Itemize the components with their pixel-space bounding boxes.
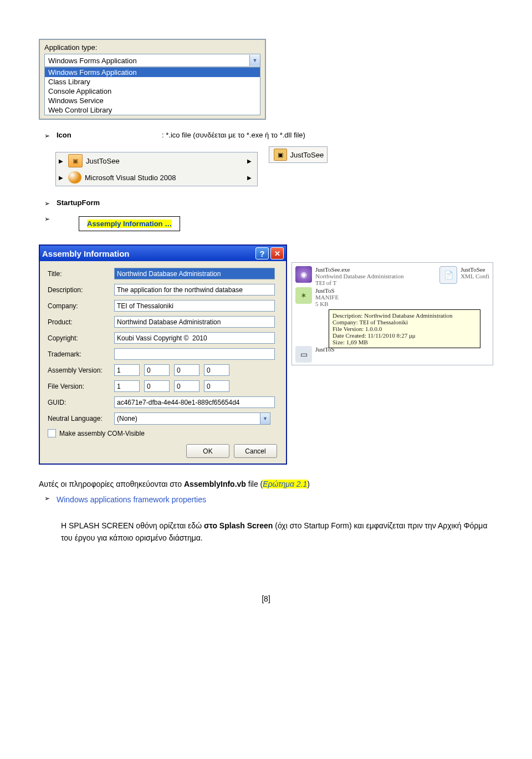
trademark-input[interactable] — [114, 348, 275, 360]
fv-input-2[interactable] — [174, 380, 200, 392]
text: ) — [307, 480, 310, 488]
paragraph-splash: Η SPLASH SCREEN οθόνη ορίζεται εδώ στο S… — [61, 519, 493, 544]
assembly-info-button[interactable]: Assemply Information … — [79, 216, 180, 231]
text-highlight: Ερώτημα 2.1 — [263, 480, 307, 488]
dropdown-option[interactable]: Windows Service — [45, 96, 260, 105]
com-visible-checkbox[interactable]: Make assembly COM-Visible — [48, 429, 279, 437]
cancel-button[interactable]: Cancel — [234, 444, 277, 458]
app-icon: ▣ — [68, 154, 83, 167]
av-input-2[interactable] — [174, 364, 200, 376]
submenu-label: JustToSee — [290, 151, 324, 159]
bullet-arrow-icon: ➢ — [44, 198, 52, 208]
xml-icon: 📄 — [439, 266, 457, 284]
dropdown-selected[interactable]: Windows Forms Application ▼ — [44, 54, 260, 67]
dropdown-label: Application type: — [44, 43, 260, 52]
file-icon: ▭ — [295, 346, 312, 363]
company-input[interactable] — [114, 300, 275, 312]
startupform-label: StartupForm — [57, 198, 100, 207]
file-tooltip: Description: Northwind Database Administ… — [329, 309, 480, 348]
file-desc: XML Confi — [461, 273, 489, 279]
com-visible-label: Make assembly COM-Visible — [59, 430, 145, 437]
title-input[interactable] — [114, 268, 275, 279]
av-input-0[interactable] — [114, 364, 140, 376]
dialog-titlebar: Assembly Information ? ✕ — [40, 246, 286, 261]
av-input-1[interactable] — [144, 364, 170, 376]
chevron-down-icon[interactable]: ▼ — [249, 55, 260, 66]
file-name: JustToS — [315, 287, 339, 294]
close-icon[interactable]: ✕ — [270, 247, 284, 259]
menu-label: JustToSee — [86, 157, 186, 165]
help-icon[interactable]: ? — [255, 247, 269, 259]
text-bold: στο Splash Screen — [204, 521, 273, 530]
arrow-right-icon: ▶ — [57, 175, 65, 181]
file-name: JustToSee.exe — [315, 266, 403, 273]
vs-icon — [68, 171, 81, 184]
submenu-arrow-icon: ▶ — [243, 158, 256, 164]
ok-button[interactable]: OK — [186, 444, 229, 458]
bullet-arrow-icon: ➢ — [44, 131, 52, 141]
guid-label: GUID: — [48, 399, 114, 406]
file-row[interactable]: 📄 JustToSee XML Confi — [439, 266, 489, 286]
fv-input-0[interactable] — [114, 380, 140, 392]
checkbox-icon[interactable] — [48, 429, 56, 437]
bullet-icon: ➢ Icon : *.ico file (συνδέεται με το *.e… — [39, 131, 493, 146]
assembly-info-dialog: Assembly Information ? ✕ Title: Descript… — [39, 244, 287, 465]
menu-row[interactable]: ▶ Microsoft Visual Studio 2008 ▶ — [56, 169, 257, 186]
assembly-version-label: Assembly Version: — [48, 366, 114, 374]
text: Αυτές οι πληροφορίες αποθηκεύονται στο — [39, 480, 184, 488]
dropdown-option[interactable]: Web Control Library — [45, 105, 260, 115]
exe-icon: ◉ — [295, 266, 312, 283]
application-type-dropdown: Application type: Windows Forms Applicat… — [39, 39, 266, 120]
neutral-language-select[interactable]: (None) ▼ — [114, 412, 270, 425]
description-label: Description: — [48, 286, 114, 294]
menu-label: Microsoft Visual Studio 2008 — [85, 174, 243, 182]
explorer-panel: ◉ JustToSee.exe Northwind Database Admin… — [287, 242, 493, 470]
dropdown-option[interactable]: Windows Forms Application — [45, 68, 260, 77]
file-desc: MANIFE — [315, 294, 339, 300]
file-row[interactable]: ▭ JustToS — [295, 346, 489, 363]
chevron-down-icon[interactable]: ▼ — [260, 413, 270, 424]
file-row[interactable]: ◉ JustToSee.exe Northwind Database Admin… — [295, 266, 403, 286]
text: Η SPLASH SCREEN οθόνη ορίζεται εδώ — [61, 521, 204, 530]
tooltip-size: Size: 1,69 MB — [332, 339, 477, 345]
menu-snippet: ▶ ▣ JustToSee ▶ ▶ Microsoft Visual Studi… — [39, 146, 493, 186]
icon-value: : *.ico file (συνδέεται με το *.exe ή το… — [162, 131, 305, 139]
fv-input-3[interactable] — [204, 380, 229, 392]
arrow-right-icon: ▶ — [57, 158, 65, 164]
bullet-framework: ➢ Windows applications framework propert… — [39, 493, 493, 511]
bullet-startupform: ➢ StartupForm — [39, 198, 493, 214]
fv-input-1[interactable] — [144, 380, 170, 392]
assembly-info-label: Assemply Information … — [87, 220, 172, 228]
paragraph-assemblyinfo: Αυτές οι πληροφορίες αποθηκεύονται στο A… — [39, 478, 493, 490]
product-label: Product: — [48, 318, 114, 326]
dropdown-selected-text: Windows Forms Application — [48, 57, 137, 65]
tooltip-file-version: File Version: 1.0.0.0 — [332, 325, 477, 332]
copyright-input[interactable] — [114, 332, 275, 344]
text: file ( — [246, 480, 263, 488]
text-bold: AssemblyInfo.vb — [184, 480, 246, 488]
bullet-assembly: ➢ Assemply Information … — [39, 214, 493, 242]
file-company: TEI of T — [315, 279, 403, 286]
menu-row[interactable]: ▶ ▣ JustToSee ▶ — [56, 152, 257, 169]
submenu-item[interactable]: ▣ JustToSee — [269, 146, 328, 163]
av-input-3[interactable] — [204, 364, 229, 376]
file-name: JustToSee — [461, 266, 489, 273]
file-desc: Northwind Database Administration — [315, 273, 403, 279]
product-input[interactable] — [114, 316, 275, 328]
title-label: Title: — [48, 270, 114, 278]
neutral-language-label: Neutral Language: — [48, 415, 114, 422]
description-input[interactable] — [114, 284, 275, 296]
neutral-language-value: (None) — [115, 415, 260, 422]
guid-input[interactable] — [114, 396, 275, 408]
dialog-explorer-pair: Assembly Information ? ✕ Title: Descript… — [39, 242, 493, 470]
dropdown-list: Windows Forms Application Class Library … — [44, 67, 260, 115]
file-row[interactable]: ✶ JustToS MANIFE 5 KB — [295, 287, 489, 307]
app-icon: ▣ — [274, 149, 287, 161]
tooltip-company: Company: TEI of Thessaloniki — [332, 319, 477, 325]
icon-key: Icon — [57, 131, 162, 139]
dropdown-option[interactable]: Console Application — [45, 86, 260, 96]
manifest-icon: ✶ — [295, 287, 312, 304]
dropdown-option[interactable]: Class Library — [45, 77, 260, 86]
program-menu: ▶ ▣ JustToSee ▶ ▶ Microsoft Visual Studi… — [55, 152, 258, 186]
submenu-arrow-icon: ▶ — [243, 175, 256, 181]
